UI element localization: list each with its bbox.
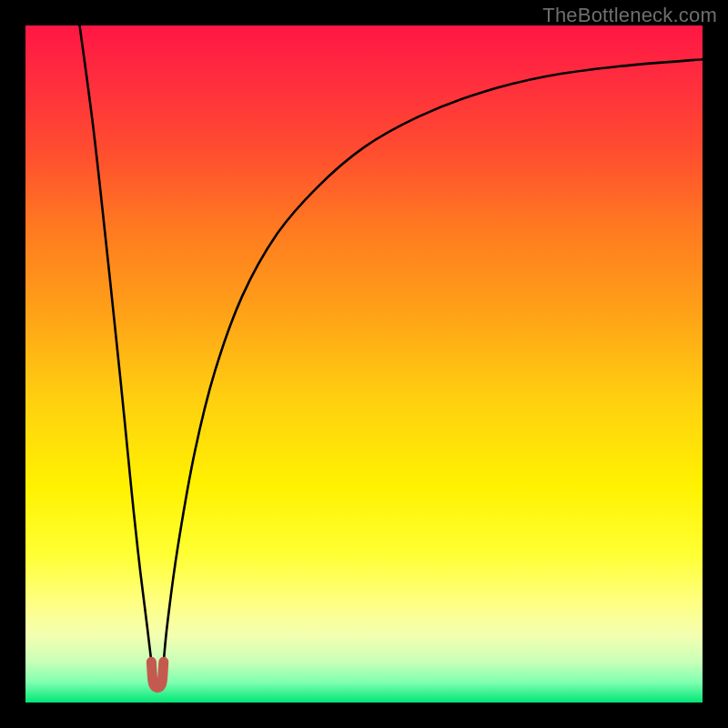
plot-area	[25, 25, 703, 703]
chart-svg	[25, 25, 703, 703]
watermark-text: TheBottleneck.com	[542, 4, 717, 27]
chart-frame: TheBottleneck.com	[0, 0, 728, 728]
gradient-background	[25, 25, 703, 703]
